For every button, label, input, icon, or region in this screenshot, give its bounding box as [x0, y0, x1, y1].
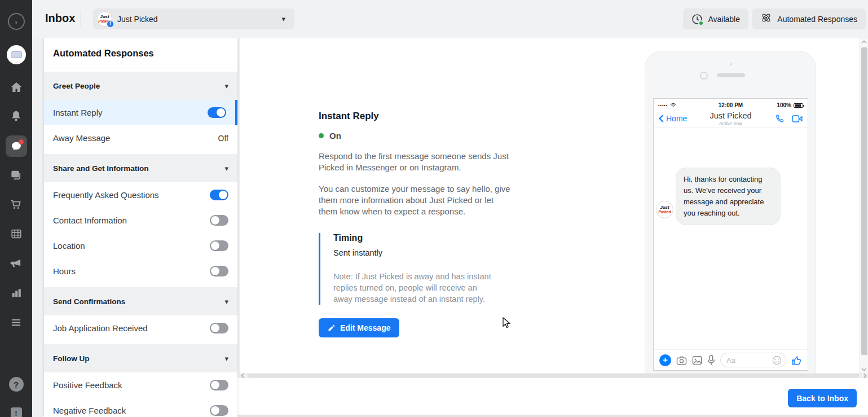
feedback-icon[interactable]: !	[0, 407, 32, 417]
wifi-icon	[670, 103, 676, 108]
section-heading: Instant Reply	[319, 111, 510, 122]
ads-megaphone-icon[interactable]	[0, 256, 32, 270]
instant-reply-message-bubble: Hi, thanks for contacting us. We've rece…	[676, 168, 781, 225]
home-icon[interactable]	[0, 80, 32, 95]
signal-dots-icon: •••••	[658, 103, 668, 107]
vertical-scroll-thumb[interactable]	[861, 47, 867, 355]
add-attachment-icon: +	[659, 354, 671, 366]
contact-information-toggle[interactable]	[210, 215, 228, 226]
facebook-badge-icon: f	[107, 20, 114, 28]
clock-icon	[691, 14, 703, 25]
scroll-up-arrow[interactable]	[862, 41, 866, 45]
messages-inbox-icon[interactable]	[0, 135, 32, 157]
pages-stack-icon[interactable]	[0, 168, 32, 182]
positive-feedback-toggle[interactable]	[210, 380, 228, 390]
description-paragraph: You can customize your message to say he…	[319, 183, 510, 217]
phone-speaker	[717, 73, 745, 77]
message-preview-phone: ••••• 12:00 PM 100% Home Just Picked Act…	[645, 51, 816, 373]
camera-icon	[676, 355, 687, 365]
row-negative-feedback[interactable]: Negative Feedback	[44, 398, 237, 417]
page-title: Inbox	[45, 12, 75, 25]
away-message-status: Off	[218, 134, 228, 143]
page-avatar-bubble: JustPicked	[656, 201, 673, 218]
row-positive-feedback[interactable]: Positive Feedback	[44, 372, 237, 398]
main-content: Instant Reply On Respond to the first me…	[240, 38, 860, 373]
mouse-cursor	[503, 317, 511, 331]
timing-value: Sent instantly	[333, 248, 510, 257]
panel-title: Automated Responses	[44, 38, 237, 68]
horizontal-scroll-thumb[interactable]	[248, 374, 859, 378]
calendar-icon[interactable]	[0, 226, 32, 241]
row-job-application[interactable]: Job Application Received	[44, 315, 237, 341]
timing-title: Timing	[333, 233, 510, 243]
automation-atom-icon	[760, 12, 772, 26]
scroll-left-arrow[interactable]	[241, 373, 246, 378]
back-home-link: Home	[659, 114, 687, 123]
automated-responses-panel: Automated Responses Greet People▾ Instan…	[44, 38, 237, 417]
app-sidebar: › ? !	[0, 0, 32, 417]
row-location[interactable]: Location	[44, 233, 237, 258]
row-hours[interactable]: Hours	[44, 258, 237, 284]
composer-toolbar: + Aa	[654, 349, 808, 370]
hours-toggle[interactable]	[210, 266, 228, 276]
selected-page-name: Just Picked	[117, 15, 158, 24]
chevron-down-icon: ▾	[281, 15, 285, 23]
edit-message-button[interactable]: Edit Message	[319, 318, 399, 337]
status-on-dot	[319, 133, 324, 138]
phone-statusbar: ••••• 12:00 PM 100%	[654, 99, 808, 109]
battery-percent: 100%	[777, 102, 791, 108]
section-greet-people[interactable]: Greet People▾	[44, 72, 237, 100]
section-send-confirmations[interactable]: Send Confirmations▾	[44, 287, 237, 315]
chevron-down-icon: ▾	[224, 165, 228, 172]
thumbs-up-icon	[791, 355, 802, 366]
chevron-down-icon: ▾	[224, 298, 228, 305]
section-share-info[interactable]: Share and Get Information▾	[44, 154, 237, 182]
chat-area: Hi, thanks for contacting us. We've rece…	[654, 128, 808, 327]
page-selector-dropdown[interactable]: JustPicked f Just Picked ▾	[93, 8, 294, 29]
vertical-scrollbar[interactable]	[860, 38, 868, 373]
menu-icon[interactable]	[0, 315, 32, 330]
section-follow-up[interactable]: Follow Up▾	[44, 344, 237, 372]
message-input-preview: Aa	[720, 353, 786, 367]
row-away-message[interactable]: Away MessageOff	[44, 125, 237, 151]
row-faq[interactable]: Frequently Asked Questions	[44, 182, 237, 208]
phone-camera-icon	[700, 72, 708, 80]
divider	[81, 11, 81, 28]
footer-bar: Back to Inbox	[237, 378, 868, 417]
insights-chart-icon[interactable]	[0, 286, 32, 300]
instant-reply-toggle[interactable]	[208, 107, 226, 118]
automated-responses-button[interactable]: Automated Responses	[752, 8, 866, 29]
scroll-down-arrow[interactable]	[862, 366, 866, 371]
page-avatar[interactable]	[0, 45, 32, 64]
notifications-bell-icon[interactable]	[0, 108, 32, 123]
description-paragraph: Respond to the first message someone sen…	[319, 151, 510, 173]
top-header: Inbox JustPicked f Just Picked ▾ Availab…	[32, 0, 868, 38]
orders-cart-icon[interactable]	[0, 197, 32, 212]
availability-button[interactable]: Available	[683, 8, 748, 29]
phone-navbar: Home Just Picked Active now	[654, 109, 808, 128]
photo-icon	[692, 355, 702, 365]
horizontal-scrollbar[interactable]	[240, 373, 868, 378]
voice-call-icon	[775, 114, 785, 124]
phone-screen: ••••• 12:00 PM 100% Home Just Picked Act…	[653, 98, 808, 371]
video-call-icon	[792, 115, 803, 123]
back-to-inbox-button[interactable]: Back to Inbox	[788, 389, 857, 407]
chevron-left-icon	[659, 115, 664, 122]
phone-mic-dot	[730, 63, 732, 65]
row-instant-reply[interactable]: Instant Reply	[44, 100, 237, 125]
scroll-right-arrow[interactable]	[862, 373, 866, 378]
help-icon[interactable]: ?	[0, 377, 32, 392]
faq-toggle[interactable]	[210, 190, 228, 200]
negative-feedback-toggle[interactable]	[210, 405, 228, 416]
unread-badge	[19, 139, 24, 144]
timing-note: Note: If Just Picked is away and has ins…	[333, 271, 498, 305]
microphone-icon	[707, 355, 715, 366]
row-contact-information[interactable]: Contact Information	[44, 208, 237, 233]
location-toggle[interactable]	[210, 240, 228, 251]
chevron-down-icon: ▾	[224, 82, 228, 90]
emoji-icon	[772, 355, 782, 365]
business-suite-logo-icon[interactable]: ›	[0, 12, 32, 30]
status-label: On	[329, 131, 341, 141]
status-row: On	[319, 131, 510, 141]
job-application-toggle[interactable]	[210, 323, 228, 333]
